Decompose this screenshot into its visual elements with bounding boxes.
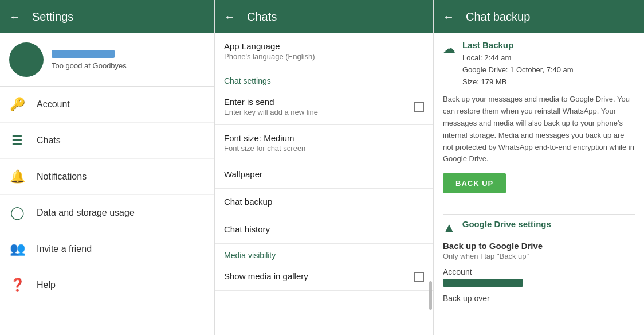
sidebar-item-notifications[interactable]: 🔔 Notifications bbox=[0, 159, 214, 195]
enter-is-send-checkbox[interactable] bbox=[414, 102, 424, 112]
scroll-track bbox=[429, 281, 432, 310]
help-icon: ❓ bbox=[9, 278, 25, 293]
data-icon: ◯ bbox=[9, 205, 25, 220]
account-bar bbox=[443, 279, 523, 287]
avatar bbox=[9, 42, 44, 77]
gdrive-icon: ▲ bbox=[443, 220, 455, 235]
chats-title: Chats bbox=[247, 10, 277, 24]
chat-backup-scroll: ☁ Last Backup Local: 2:44 am Google Driv… bbox=[434, 33, 644, 335]
settings-back-button[interactable]: ← bbox=[9, 10, 21, 24]
enter-is-send-title: Enter is send bbox=[224, 97, 318, 107]
settings-list: 🔑 Account ☰ Chats 🔔 Notifications ◯ Data… bbox=[0, 87, 214, 335]
divider bbox=[443, 214, 635, 215]
chats-header: ← Chats bbox=[215, 0, 433, 33]
enter-is-send-item[interactable]: Enter is send Enter key will add a new l… bbox=[215, 89, 433, 125]
font-size-title: Font size: Medium bbox=[224, 133, 424, 143]
settings-title: Settings bbox=[32, 10, 73, 24]
bell-icon: 🔔 bbox=[9, 169, 25, 184]
google-drive-section: ▲ Google Drive settings Back up to Googl… bbox=[443, 219, 635, 303]
notifications-label: Notifications bbox=[37, 172, 87, 182]
chat-history-item[interactable]: Chat history bbox=[215, 216, 433, 244]
help-label: Help bbox=[37, 280, 56, 290]
chat-settings-header: Chat settings bbox=[215, 69, 433, 89]
show-media-title: Show media in gallery bbox=[224, 271, 308, 281]
show-media-checkbox[interactable] bbox=[414, 272, 424, 282]
chats-icon: ☰ bbox=[9, 133, 25, 148]
invite-label: Invite a friend bbox=[37, 244, 92, 254]
account-label: Account bbox=[37, 99, 70, 110]
font-size-item[interactable]: Font size: Medium Font size for chat scr… bbox=[215, 125, 433, 161]
app-language-subtitle: Phone's language (English) bbox=[224, 52, 424, 61]
account-field-label: Account bbox=[443, 267, 635, 276]
sidebar-item-data[interactable]: ◯ Data and storage usage bbox=[0, 195, 214, 231]
wallpaper-item[interactable]: Wallpaper bbox=[215, 161, 433, 189]
gdrive-section-label: Google Drive settings bbox=[462, 219, 551, 229]
last-backup-label: Last Backup bbox=[462, 40, 574, 50]
chat-backup-item[interactable]: Chat backup bbox=[215, 189, 433, 216]
backup-size: Size: 179 MB bbox=[462, 76, 574, 88]
profile-name-bar bbox=[52, 50, 115, 58]
invite-icon: 👥 bbox=[9, 241, 25, 256]
key-icon: 🔑 bbox=[9, 97, 25, 112]
chats-back-button[interactable]: ← bbox=[224, 10, 235, 24]
chat-backup-panel: ← Chat backup ☁ Last Backup Local: 2:44 … bbox=[434, 0, 644, 335]
chat-backup-header: ← Chat backup bbox=[434, 0, 644, 33]
sidebar-item-account[interactable]: 🔑 Account bbox=[0, 87, 214, 123]
backup-google-drive: Google Drive: 1 October, 7:40 am bbox=[462, 64, 574, 76]
app-language-item[interactable]: App Language Phone's language (English) bbox=[215, 33, 433, 69]
media-visibility-header: Media visibility bbox=[215, 244, 433, 263]
font-size-subtitle: Font size for chat screen bbox=[224, 144, 424, 153]
settings-header: ← Settings bbox=[0, 0, 214, 33]
backup-button[interactable]: BACK UP bbox=[443, 173, 506, 193]
cloud-upload-icon: ☁ bbox=[443, 41, 455, 56]
chats-panel: ← Chats App Language Phone's language (E… bbox=[215, 0, 434, 335]
enter-is-send-subtitle: Enter key will add a new line bbox=[224, 108, 318, 116]
last-backup-section: ☁ Last Backup Local: 2:44 am Google Driv… bbox=[443, 40, 635, 205]
profile-info: Too good at Goodbyes bbox=[52, 50, 127, 70]
settings-panel: ← Settings Too good at Goodbyes 🔑 Accoun… bbox=[0, 0, 215, 335]
backup-description: Back up your messages and media to Googl… bbox=[443, 94, 635, 165]
chat-backup-back-button[interactable]: ← bbox=[443, 10, 454, 24]
chats-scroll: App Language Phone's language (English) … bbox=[215, 33, 433, 335]
sidebar-item-help[interactable]: ❓ Help bbox=[0, 267, 214, 303]
profile-area[interactable]: Too good at Goodbyes bbox=[0, 33, 214, 87]
backup-to-gdrive-subtitle: Only when I tap "Back up" bbox=[443, 252, 635, 260]
backup-local: Local: 2:44 am bbox=[462, 52, 574, 64]
sidebar-item-chats[interactable]: ☰ Chats bbox=[0, 123, 214, 159]
sidebar-item-invite[interactable]: 👥 Invite a friend bbox=[0, 231, 214, 267]
chat-backup-title: Chat backup bbox=[224, 197, 424, 207]
app-language-title: App Language bbox=[224, 41, 424, 51]
backup-over-label[interactable]: Back up over bbox=[443, 294, 635, 303]
show-media-item[interactable]: Show media in gallery bbox=[215, 263, 433, 291]
wallpaper-title: Wallpaper bbox=[224, 169, 424, 179]
chat-history-title: Chat history bbox=[224, 224, 424, 234]
backup-to-gdrive-label[interactable]: Back up to Google Drive bbox=[443, 241, 635, 251]
profile-status: Too good at Goodbyes bbox=[52, 61, 127, 70]
chat-backup-title: Chat backup bbox=[466, 10, 530, 24]
chats-label: Chats bbox=[37, 135, 61, 146]
data-label: Data and storage usage bbox=[37, 208, 135, 218]
